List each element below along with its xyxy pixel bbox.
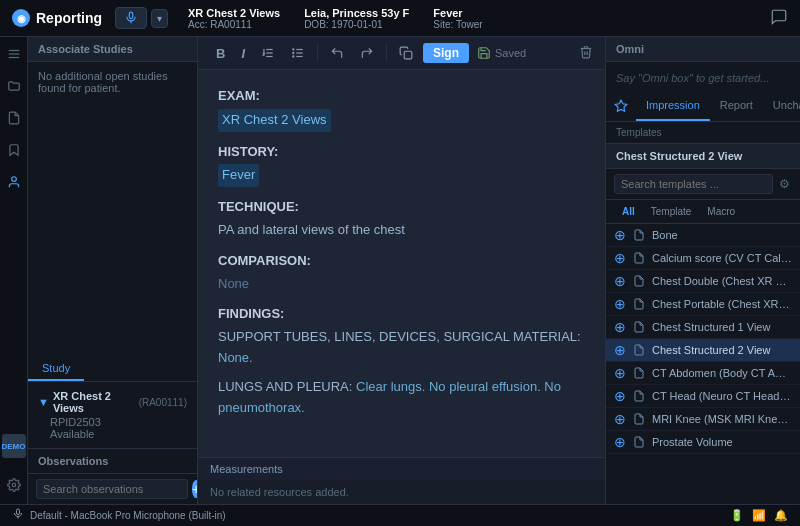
- type-tab-template[interactable]: Template: [643, 204, 700, 219]
- trash-button[interactable]: [579, 45, 593, 62]
- sign-button[interactable]: Sign: [423, 43, 469, 63]
- template-list-item[interactable]: ⊕Chest Structured 1 View: [606, 316, 800, 339]
- associate-studies-header: Associate Studies: [28, 37, 197, 62]
- bottom-icon-battery: 🔋: [730, 509, 744, 522]
- logo-icon: ◉: [12, 9, 30, 27]
- tab-report[interactable]: Report: [710, 94, 763, 121]
- fever-label: Fever: [433, 7, 482, 19]
- tab-unchanged[interactable]: Unchanged: [763, 94, 800, 121]
- template-list-item[interactable]: ⊕CT Head (Neuro CT Head without C...: [606, 385, 800, 408]
- template-list-item[interactable]: ⊕Chest Portable (Chest XR 1 View): [606, 293, 800, 316]
- history-content[interactable]: Fever: [218, 164, 585, 187]
- template-plus-icon: ⊕: [614, 228, 626, 242]
- patient-name-block: Leia, Princess 53y F DOB: 1970-01-01: [304, 7, 409, 30]
- patient-name: Leia, Princess 53y F: [304, 7, 409, 19]
- redo-button[interactable]: [354, 44, 380, 62]
- template-doc-icon: [632, 274, 646, 288]
- svg-point-6: [12, 483, 16, 487]
- copy-button[interactable]: [393, 44, 419, 62]
- template-item-text: MRI Knee (MSK MRI Knee without C...: [652, 413, 792, 425]
- svg-point-13: [293, 49, 294, 50]
- omni-body: Say "Omni box" to get started...: [606, 62, 800, 94]
- study-info-block: XR Chest 2 Views Acc: RA00111: [188, 7, 280, 30]
- italic-button[interactable]: I: [235, 44, 251, 63]
- sidebar-icon-menu[interactable]: [5, 45, 23, 63]
- unordered-list-button[interactable]: [285, 44, 311, 62]
- template-filter-button[interactable]: ⚙: [777, 175, 792, 193]
- template-list-item[interactable]: ⊕Chest Structured 2 View: [606, 339, 800, 362]
- template-item-text: Chest Double (Chest XR 2 View): [652, 275, 792, 287]
- comparison-label: COMPARISON:: [218, 251, 585, 272]
- measurements-tab-item[interactable]: Measurements: [210, 463, 283, 475]
- patient-info: XR Chest 2 Views Acc: RA00111 Leia, Prin…: [176, 7, 770, 30]
- svg-rect-0: [129, 12, 133, 18]
- tab-impression[interactable]: Impression: [636, 94, 710, 121]
- template-plus-icon: ⊕: [614, 320, 626, 334]
- template-doc-icon: [632, 297, 646, 311]
- exam-section: EXAM: XR Chest 2 Views: [218, 86, 585, 132]
- sidebar-icon-user[interactable]: [5, 173, 23, 191]
- exam-content[interactable]: XR Chest 2 Views: [218, 109, 585, 132]
- template-list-item[interactable]: ⊕Calcium score (CV CT Calcium Score): [606, 247, 800, 270]
- template-list: ⊕Bone⊕Calcium score (CV CT Calcium Score…: [606, 224, 800, 504]
- template-doc-icon: [632, 228, 646, 242]
- template-plus-icon: ⊕: [614, 389, 626, 403]
- bold-button[interactable]: B: [210, 44, 231, 63]
- undo-button[interactable]: [324, 44, 350, 62]
- template-plus-icon: ⊕: [614, 297, 626, 311]
- saved-indicator: Saved: [477, 46, 526, 60]
- svg-point-14: [293, 52, 294, 53]
- template-list-item[interactable]: ⊕MRI Knee (MSK MRI Knee without C...: [606, 408, 800, 431]
- left-sidebar: DEMO: [0, 37, 28, 504]
- observations-header: Observations: [28, 449, 197, 474]
- template-plus-icon: ⊕: [614, 274, 626, 288]
- bottom-mic-icon: [12, 508, 24, 523]
- type-tab-all[interactable]: All: [614, 204, 643, 219]
- template-doc-icon: [632, 412, 646, 426]
- study-title: XR Chest 2 Views: [188, 7, 280, 19]
- template-plus-icon: ⊕: [614, 435, 626, 449]
- chest-header: Chest Structured 2 View: [606, 144, 800, 169]
- template-item-text: Chest Portable (Chest XR 1 View): [652, 298, 792, 310]
- obs-search-input[interactable]: [36, 479, 188, 499]
- editor-content[interactable]: EXAM: XR Chest 2 Views HISTORY: Fever TE…: [198, 70, 605, 457]
- template-item-text: Chest Structured 2 View: [652, 344, 792, 356]
- template-list-item[interactable]: ⊕Prostate Volume: [606, 431, 800, 454]
- main-content: DEMO Associate Studies No additional ope…: [0, 37, 800, 504]
- ordered-list-button[interactable]: [255, 44, 281, 62]
- study-item-header[interactable]: ▼ XR Chest 2 Views (RA00111): [38, 390, 187, 414]
- right-tabs: Impression Report Unchanged: [606, 94, 800, 122]
- template-doc-icon: [632, 366, 646, 380]
- measurements-tab: Measurements: [198, 457, 605, 480]
- demo-badge: DEMO: [2, 434, 26, 458]
- template-plus-icon: ⊕: [614, 366, 626, 380]
- bottombar-text: Default - MacBook Pro Microphone (Built-…: [30, 510, 226, 521]
- chat-icon[interactable]: [770, 8, 788, 29]
- tab-study[interactable]: Study: [28, 357, 84, 381]
- template-plus-icon: ⊕: [614, 251, 626, 265]
- study-item-title: XR Chest 2 Views: [53, 390, 135, 414]
- technique-section: TECHNIQUE: PA and lateral views of the c…: [218, 197, 585, 241]
- type-tab-macro[interactable]: Macro: [699, 204, 743, 219]
- template-plus-icon: ⊕: [614, 343, 626, 357]
- svg-rect-18: [17, 509, 20, 515]
- bottom-icon-wifi: 📶: [752, 509, 766, 522]
- template-list-item[interactable]: ⊕Chest Double (Chest XR 2 View): [606, 270, 800, 293]
- template-list-item[interactable]: ⊕Bone: [606, 224, 800, 247]
- sidebar-icon-settings[interactable]: [5, 476, 23, 494]
- mic-dropdown[interactable]: ▾: [151, 9, 168, 28]
- bottombar-right: 🔋 📶 🔔: [730, 509, 788, 522]
- template-list-item[interactable]: ⊕CT Abdomen (Body CT Abdomen an...: [606, 362, 800, 385]
- technique-value: PA and lateral views of the chest: [218, 220, 585, 241]
- saved-text: Saved: [495, 47, 526, 59]
- sidebar-icon-doc[interactable]: [5, 109, 23, 127]
- sidebar-icon-folder[interactable]: [5, 77, 23, 95]
- sidebar-icon-bookmark[interactable]: [5, 141, 23, 159]
- template-doc-icon: [632, 251, 646, 265]
- study-item: ▼ XR Chest 2 Views (RA00111) RPID2503 Av…: [28, 382, 197, 448]
- associate-studies-body: No additional open studies found for pat…: [28, 62, 197, 357]
- right-tab-star[interactable]: [606, 94, 636, 121]
- study-item-acc: (RA00111): [139, 397, 187, 408]
- template-search-input[interactable]: [614, 174, 773, 194]
- mic-button[interactable]: [115, 7, 147, 29]
